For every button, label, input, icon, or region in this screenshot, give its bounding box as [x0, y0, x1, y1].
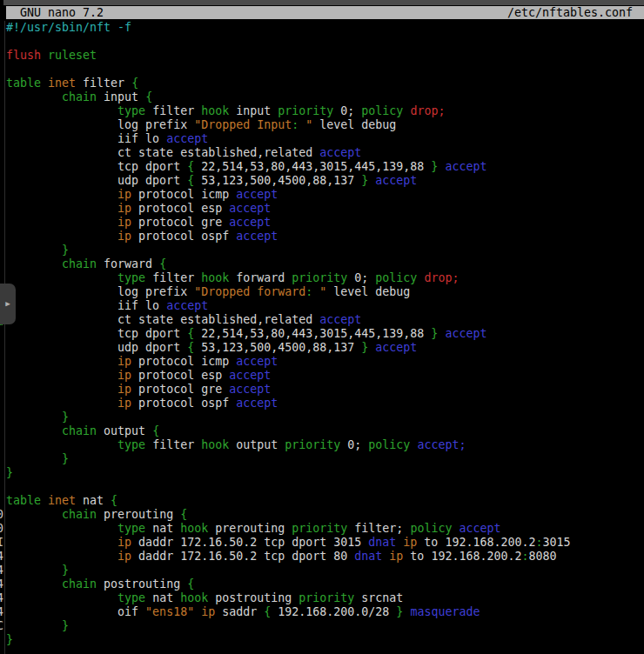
- code-line: [6, 35, 644, 49]
- code-segment: chain: [62, 424, 97, 437]
- code-segment: inet: [48, 494, 76, 507]
- code-segment: {: [187, 577, 194, 591]
- code-segment: [6, 410, 62, 424]
- code-segment: [41, 494, 48, 507]
- code-line: }: [6, 410, 644, 424]
- code-segment: }: [6, 466, 13, 479]
- code-line: table inet filter {: [6, 77, 644, 90]
- artifact-glyph: 4: [0, 577, 3, 591]
- code-segment: accept;: [417, 438, 466, 451]
- code-segment: {: [187, 160, 194, 173]
- code-segment: protocol gre: [131, 383, 229, 396]
- code-segment: filter: [76, 77, 131, 90]
- code-segment: [6, 230, 117, 243]
- code-line: chain postrouting {: [6, 577, 644, 591]
- code-segment: [6, 424, 62, 437]
- code-segment: [6, 508, 62, 521]
- code-line: ip protocol icmp accept: [6, 188, 644, 202]
- code-segment: dnat: [368, 536, 396, 549]
- code-line: ip protocol esp accept: [6, 369, 644, 383]
- code-segment: prerouting: [208, 522, 292, 535]
- code-segment: [6, 619, 62, 632]
- code-segment: 53,123,500,4500,88,137: [194, 341, 361, 354]
- code-segment: ruleset: [48, 49, 97, 62]
- code-segment: filter;: [347, 522, 410, 535]
- code-segment: table: [6, 494, 41, 507]
- code-segment: input: [97, 90, 145, 103]
- code-segment: ct state established,related: [6, 313, 319, 326]
- code-segment: {: [131, 77, 138, 90]
- code-segment: ip: [201, 605, 215, 618]
- code-segment: chain: [62, 257, 97, 270]
- code-segment: [41, 77, 48, 90]
- code-segment: }: [62, 564, 69, 577]
- code-segment: hook: [180, 591, 208, 604]
- left-border-line: [4, 21, 5, 654]
- code-segment: ip: [117, 188, 131, 201]
- code-segment: oif: [6, 605, 145, 618]
- screen-artifact: 0: [0, 508, 4, 522]
- code-segment: 192.168.200.0/28: [271, 605, 396, 618]
- artifact-glyph: 4: [0, 591, 3, 605]
- code-line: chain output {: [6, 424, 644, 438]
- code-segment: ": [312, 285, 326, 298]
- code-segment: [6, 202, 117, 215]
- nano-title-bar: GNU nano 7.2 /etc/nftables.conf: [6, 6, 644, 19]
- code-segment: policy: [368, 438, 410, 451]
- code-segment: {: [180, 508, 187, 521]
- code-segment: 22,514,53,80,443,3015,445,139,88: [194, 160, 431, 173]
- code-segment: filter: [145, 438, 201, 451]
- code-segment: {: [152, 424, 159, 437]
- code-segment: {: [159, 257, 166, 270]
- code-segment: to 192.168.200.2: [417, 536, 535, 549]
- code-segment: daddr 172.16.50.2 tcp dport 80: [131, 550, 354, 563]
- code-segment: postrouting: [208, 591, 299, 604]
- code-segment: type: [117, 522, 145, 535]
- code-segment: [6, 90, 62, 103]
- screen-artifact: 4: [0, 577, 4, 591]
- code-segment: priority: [292, 271, 347, 284]
- code-segment: ip: [117, 369, 131, 382]
- code-segment: accept: [319, 313, 361, 326]
- code-segment: nat: [145, 591, 180, 604]
- terminal-screen[interactable]: GNU nano 7.2 /etc/nftables.conf #!/usr/s…: [0, 0, 644, 654]
- code-segment: accept: [319, 146, 361, 159]
- code-segment: ip: [403, 536, 417, 549]
- code-segment: accept: [445, 160, 486, 173]
- artifact-glyph: C: [0, 619, 3, 633]
- screen-artifact: 4: [0, 591, 4, 605]
- code-segment: priority: [285, 438, 340, 451]
- code-segment: type: [117, 591, 145, 604]
- code-segment: protocol esp: [131, 202, 229, 215]
- code-segment: accept: [375, 341, 417, 354]
- code-segment: protocol gre: [131, 216, 229, 229]
- screen-artifact: 4: [0, 550, 4, 564]
- artifact-glyph: 0: [0, 508, 3, 522]
- code-segment: [6, 188, 117, 201]
- nano-version-label: GNU nano 7.2: [6, 6, 104, 20]
- code-segment: filter: [145, 271, 201, 284]
- code-line: [6, 480, 644, 494]
- code-segment: type: [117, 271, 145, 284]
- code-segment: }: [62, 410, 69, 424]
- code-segment: accept: [229, 216, 271, 229]
- code-segment: "Dropped Input: [194, 118, 292, 131]
- file-path-label: /etc/nftables.conf: [507, 6, 644, 20]
- code-segment: tcp dport: [6, 160, 187, 173]
- code-line: ip daddr 172.16.50.2 tcp dport 80 dnat i…: [6, 550, 644, 564]
- code-segment: accept: [236, 230, 278, 243]
- code-segment: [6, 369, 117, 382]
- code-segment: iif lo: [6, 299, 166, 312]
- code-segment: #!/usr/sbin/nft -f: [6, 21, 131, 34]
- code-line: log prefix "Dropped Input: " level debug: [6, 118, 644, 132]
- code-segment: forward: [97, 257, 159, 270]
- editor-content[interactable]: #!/usr/sbin/nft -fflush rulesettable ine…: [6, 21, 644, 654]
- code-segment: filter: [145, 104, 201, 117]
- code-segment: srcnat: [354, 591, 403, 604]
- code-segment: [6, 257, 62, 270]
- code-line: ip protocol ospf accept: [6, 397, 644, 410]
- code-line: chain prerouting {: [6, 508, 644, 522]
- drawer-toggle-handle[interactable]: ▶: [0, 284, 16, 324]
- code-segment: to 192.168.200.2: [403, 550, 521, 563]
- code-segment: 22,514,53,80,443,3015,445,139,88: [194, 327, 431, 340]
